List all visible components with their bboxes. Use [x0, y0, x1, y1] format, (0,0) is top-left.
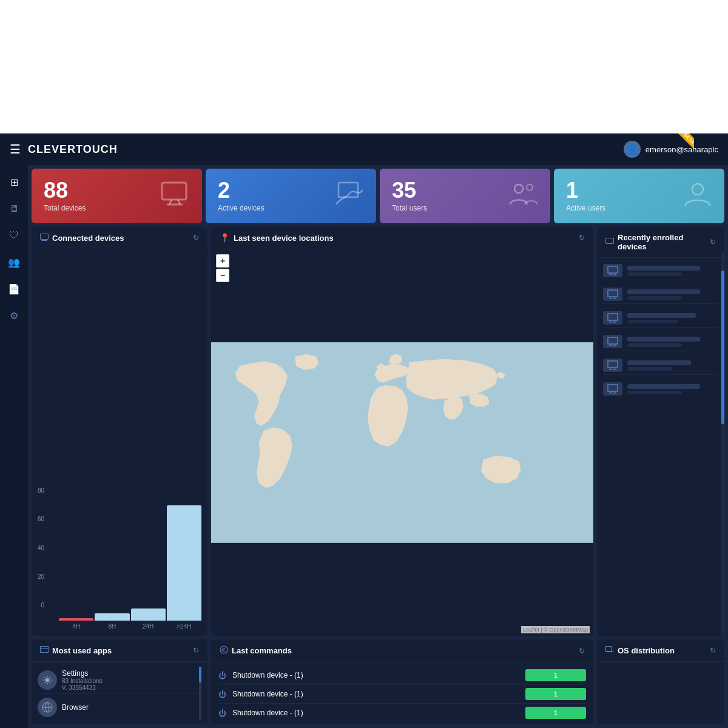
app-info-browser: Browser — [62, 703, 199, 712]
map-zoom-out[interactable]: − — [216, 269, 229, 282]
svg-rect-0 — [162, 183, 186, 200]
enrolled-title: Recently enrolled devices — [605, 233, 710, 251]
enrolled-refresh[interactable]: ↻ — [710, 238, 716, 246]
map-header: 📍 Last seen device locations ↻ — [211, 227, 593, 249]
svg-point-6 — [527, 184, 533, 190]
device-icon-1 — [603, 264, 622, 277]
app-installs-settings: 83 Installations — [62, 678, 199, 684]
apps-refresh[interactable]: ↻ — [193, 646, 199, 655]
stat-card-active-devices[interactable]: 2 Active devices — [206, 169, 376, 223]
app-icon-settings — [38, 670, 57, 690]
device-icon-3 — [603, 311, 622, 325]
menu-icon[interactable]: ☰ — [10, 142, 21, 157]
command-bar-value-2: 1 — [550, 691, 561, 698]
sidebar-item-users[interactable]: 👥 — [3, 251, 25, 273]
shutdown-icon-1: ⏻ — [218, 671, 226, 680]
device-icon-4 — [603, 335, 622, 348]
apps-list: Settings 83 Installations V. 33554433 — [38, 667, 199, 720]
sidebar-item-grid[interactable]: ⊞ — [3, 171, 25, 193]
chart-y-axis: 80 60 40 20 0 — [38, 487, 47, 608]
bottom-row: Most used apps ↻ — [32, 639, 724, 724]
y-label-80: 80 — [38, 487, 44, 494]
active-devices-icon — [335, 181, 364, 211]
apps-scrollbar[interactable] — [199, 667, 201, 720]
enrolled-header: Recently enrolled devices ↻ — [597, 227, 724, 258]
bar-group-8h — [95, 613, 129, 621]
monitor-icon — [40, 233, 49, 243]
os-title-text: OS distribution — [618, 646, 675, 655]
device-icon-5 — [603, 359, 622, 372]
command-bar-2: 1 — [525, 688, 586, 700]
total-devices-number: 88 — [44, 180, 86, 201]
os-icon — [605, 645, 614, 655]
apps-header: Most used apps ↻ — [32, 639, 207, 662]
sidebar-item-monitor[interactable]: 🖥 — [3, 198, 25, 220]
chart-bars: 80 60 40 20 0 — [38, 487, 201, 621]
app-item-settings: Settings 83 Installations V. 33554433 — [38, 667, 199, 693]
bar-4h — [59, 618, 93, 621]
y-label-60: 60 — [38, 516, 44, 522]
chart-container: 80 60 40 20 0 — [38, 255, 201, 630]
map-panel: 📍 Last seen device locations ↻ — [211, 227, 593, 636]
map-refresh[interactable]: ↻ — [579, 234, 585, 242]
bar-group-24h-plus — [167, 505, 201, 621]
sidebar-item-settings[interactable]: ⚙ — [3, 305, 25, 326]
location-icon: 📍 — [220, 233, 230, 243]
apps-body: Settings 83 Installations V. 33554433 — [32, 662, 207, 724]
enrolled-item-3 — [603, 309, 718, 328]
stat-card-total-devices[interactable]: 88 Total devices — [32, 169, 202, 223]
total-users-icon — [509, 181, 538, 211]
sidebar-item-file[interactable]: 📄 — [3, 278, 25, 300]
map-title-text: Last seen device locations — [234, 234, 334, 243]
enrolled-item-5 — [603, 356, 718, 375]
map-zoom-in[interactable]: + — [216, 254, 229, 268]
stat-card-total-users[interactable]: 35 Total users — [380, 169, 550, 223]
stat-card-active-users[interactable]: 1 Active users — [554, 169, 724, 223]
enrolled-title-text: Recently enrolled devices — [618, 233, 710, 251]
connected-devices-panel: Connected devices ↻ 80 60 40 20 0 — [32, 227, 207, 636]
enrolled-item-2 — [603, 285, 718, 304]
apps-title: Most used apps — [40, 645, 112, 655]
sidebar: ⊞ 🖥 🛡 👥 📄 ⚙ — [0, 165, 28, 728]
stat-cards: 88 Total devices 2 Active devices — [32, 169, 724, 223]
svg-point-7 — [692, 184, 703, 195]
total-users-number: 35 — [392, 180, 427, 201]
header-right: 👤 emerson@saharaplc — [624, 141, 718, 158]
enrolled-scrollbar[interactable] — [721, 251, 724, 636]
x-label-4h: 4H — [59, 623, 93, 630]
y-label-40: 40 — [38, 545, 44, 551]
top-whitespace — [0, 0, 728, 133]
commands-refresh[interactable]: ↻ — [579, 647, 585, 655]
command-bar-value-1: 1 — [550, 672, 561, 679]
os-refresh[interactable]: ↻ — [710, 646, 716, 655]
commands-body: ⏻ Shutdown device - (1) 1 ⏻ Shutdown dev… — [211, 662, 593, 724]
avatar: 👤 — [624, 141, 641, 158]
header-left: ☰ CLEVERTOUCH — [10, 142, 118, 157]
bar-24h-plus — [167, 505, 201, 621]
app-name-browser: Browser — [62, 703, 199, 712]
x-label-8h: 8H — [95, 623, 129, 630]
active-users-number: 1 — [566, 180, 605, 201]
app-item-browser: Browser — [38, 693, 199, 720]
active-devices-label: Active devices — [218, 204, 265, 212]
enrolled-item-1 — [603, 261, 718, 280]
command-item-2: ⏻ Shutdown device - (1) 1 — [218, 685, 586, 704]
enrolled-item-4 — [603, 332, 718, 351]
os-header: OS distribution ↻ — [597, 639, 724, 662]
sidebar-item-shield[interactable]: 🛡 — [3, 224, 25, 246]
command-item-1: ⏻ Shutdown device - (1) 1 — [218, 666, 586, 685]
command-item-3: ⏻ Shutdown device - (1) 1 — [218, 704, 586, 722]
svg-rect-22 — [606, 647, 612, 652]
enrolled-scrollbar-thumb — [721, 271, 724, 425]
svg-rect-8 — [41, 234, 49, 240]
map-controls: + − — [216, 254, 229, 282]
bar-24h — [131, 608, 166, 621]
os-title: OS distribution — [605, 645, 675, 655]
apps-scrollbar-thumb — [199, 667, 201, 682]
commands-icon — [220, 645, 228, 656]
app-logo: CLEVERTOUCH — [28, 143, 118, 156]
os-distribution-panel: OS distribution ↻ — [597, 639, 724, 724]
connected-devices-refresh[interactable]: ↻ — [193, 234, 199, 242]
enrolled-icon — [605, 237, 614, 247]
commands-header: Last commands ↻ — [211, 639, 593, 662]
